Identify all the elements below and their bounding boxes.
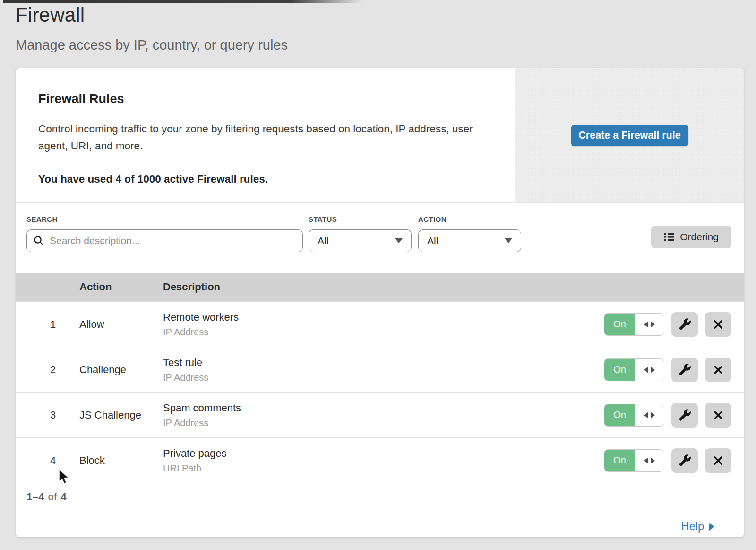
pagination-total: 4 — [60, 491, 67, 503]
chevron-down-icon — [395, 238, 403, 243]
rule-priority: 1 — [16, 318, 79, 331]
search-box[interactable] — [26, 229, 303, 252]
search-icon — [34, 236, 44, 246]
close-icon — [713, 319, 724, 330]
toggle-arrows-icon — [635, 359, 664, 381]
rule-action: Block — [79, 454, 163, 467]
table-row: 1 Allow Remote workers IP Address On — [16, 301, 744, 347]
toggle-arrows-icon — [635, 404, 664, 426]
help-footer: Help — [16, 511, 744, 538]
pagination-of: of — [48, 491, 57, 503]
search-filter: SEARCH — [26, 215, 303, 252]
search-input[interactable] — [49, 235, 296, 247]
rule-description: Test rule — [163, 357, 208, 369]
wrench-icon — [679, 318, 691, 331]
close-icon — [713, 455, 724, 466]
rule-description: Spam comments — [163, 402, 241, 414]
firewall-page: Firewall Manage access by IP, country, o… — [0, 0, 756, 550]
intro-section: Firewall Rules Control incoming traffic … — [16, 68, 744, 203]
page-title: Firewall — [16, 4, 85, 26]
rule-priority: 2 — [16, 364, 79, 376]
wrench-icon — [679, 363, 691, 376]
ordering-button-label: Ordering — [680, 231, 719, 243]
create-firewall-rule-button[interactable]: Create a Firewall rule — [571, 125, 688, 146]
delete-rule-button[interactable] — [705, 448, 731, 473]
toggle-on-label: On — [604, 359, 635, 381]
rule-description: Private pages — [163, 447, 227, 460]
rule-field: IP Address — [163, 372, 208, 383]
rule-toggle[interactable]: On — [604, 313, 664, 336]
firewall-rules-card: Firewall Rules Control incoming traffic … — [16, 68, 744, 538]
card-heading: Firewall Rules — [38, 92, 487, 106]
rule-description: Remote workers — [163, 311, 239, 323]
pagination: 1–4 of 4 — [16, 483, 744, 511]
rule-description-cell: Test rule IP Address — [163, 357, 208, 383]
table-row: 2 Challenge Test rule IP Address On — [16, 347, 744, 392]
table-header: Action Description — [16, 273, 744, 301]
rule-field: URI Path — [163, 463, 227, 474]
rule-controls: On — [604, 358, 744, 382]
toggle-on-label: On — [604, 314, 635, 335]
action-label: ACTION — [418, 215, 521, 223]
rule-action: JS Challenge — [79, 409, 163, 421]
create-rule-panel: Create a Firewall rule — [515, 68, 744, 202]
rule-priority: 4 — [16, 454, 79, 467]
rule-description-cell: Remote workers IP Address — [163, 311, 239, 338]
action-filter: ACTION All — [418, 215, 521, 252]
rule-field: IP Address — [163, 327, 239, 338]
toggle-arrows-icon — [635, 450, 664, 471]
edit-rule-button[interactable] — [671, 448, 698, 473]
chevron-down-icon — [505, 238, 512, 243]
toggle-arrows-icon — [635, 314, 664, 335]
rule-toggle[interactable]: On — [604, 358, 664, 381]
rule-action: Challenge — [79, 364, 163, 376]
wrench-icon — [679, 454, 691, 467]
rule-action: Allow — [79, 318, 163, 331]
action-column-header: Action — [79, 281, 163, 293]
ordered-list-icon — [664, 232, 674, 242]
ordering-button[interactable]: Ordering — [651, 226, 731, 248]
table-row: 3 JS Challenge Spam comments IP Address … — [16, 392, 744, 437]
status-label: STATUS — [309, 215, 412, 223]
delete-rule-button[interactable] — [705, 358, 731, 382]
rule-toggle[interactable]: On — [604, 404, 664, 427]
close-icon — [713, 364, 724, 375]
rule-toggle[interactable]: On — [604, 449, 664, 472]
rule-field: IP Address — [163, 418, 241, 428]
window-top-edge — [3, 0, 362, 3]
intro-text-panel: Firewall Rules Control incoming traffic … — [16, 68, 515, 202]
rule-description-cell: Private pages URI Path — [163, 447, 227, 474]
toggle-on-label: On — [604, 404, 635, 426]
rule-priority: 3 — [16, 409, 79, 421]
wrench-icon — [679, 409, 691, 421]
search-label: SEARCH — [26, 215, 303, 223]
action-select[interactable]: All — [418, 229, 521, 252]
delete-rule-button[interactable] — [705, 312, 731, 337]
status-filter: STATUS All — [309, 215, 412, 252]
edit-rule-button[interactable] — [671, 312, 698, 337]
pagination-range: 1–4 — [26, 491, 44, 503]
status-selected-value: All — [318, 235, 328, 246]
edit-rule-button[interactable] — [671, 358, 698, 382]
action-selected-value: All — [427, 235, 438, 246]
filters-bar: SEARCH STATUS All ACTION — [16, 203, 744, 273]
page-subtitle: Manage access by IP, country, or query r… — [16, 37, 288, 53]
close-icon — [713, 410, 724, 421]
help-link[interactable]: Help — [681, 520, 714, 533]
toggle-on-label: On — [604, 450, 635, 471]
status-select[interactable]: All — [309, 229, 412, 252]
rule-controls: On — [604, 448, 744, 473]
arrow-right-icon — [709, 523, 714, 531]
help-link-label: Help — [681, 520, 704, 533]
rule-controls: On — [604, 312, 744, 337]
usage-count-text: You have used 4 of 1000 active Firewall … — [38, 173, 487, 185]
card-description: Control incoming traffic to your zone by… — [38, 121, 487, 155]
rule-controls: On — [604, 403, 744, 428]
table-row: 4 Block Private pages URI Path On — [16, 437, 744, 483]
delete-rule-button[interactable] — [705, 403, 731, 428]
rule-description-cell: Spam comments IP Address — [163, 402, 241, 428]
edit-rule-button[interactable] — [671, 403, 698, 428]
description-column-header: Description — [163, 281, 220, 293]
